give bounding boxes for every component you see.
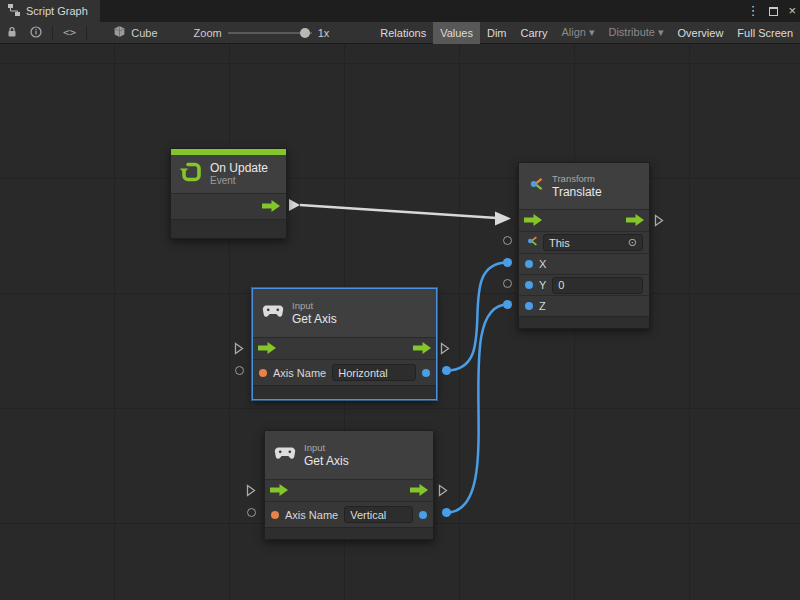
axis-name-input-port[interactable]: [259, 369, 267, 377]
get-axis-flow-row: [265, 479, 433, 501]
axis-name-field[interactable]: Horizontal: [332, 364, 416, 381]
info-button[interactable]: [24, 22, 48, 44]
get-axis-v-flow-out-external-port[interactable]: [438, 483, 448, 501]
node-footer: [171, 219, 286, 238]
translate-z-row: Z: [519, 295, 649, 316]
node-category: Input: [292, 300, 337, 312]
node-title: Get Axis: [304, 454, 349, 468]
translate-z-external-port[interactable]: [503, 300, 512, 309]
flow-input-port[interactable]: [524, 212, 542, 230]
lock-icon: [6, 26, 18, 40]
preview-code-button[interactable]: <>: [57, 22, 82, 44]
z-input-port[interactable]: [525, 302, 533, 310]
node-on-update[interactable]: On Update Event: [170, 148, 287, 239]
fullscreen-button[interactable]: Full Screen: [730, 22, 800, 44]
on-update-icon: [179, 160, 203, 188]
get-axis-param-row: Axis Name Horizontal: [253, 359, 436, 385]
translate-this-external-port[interactable]: [503, 236, 512, 245]
gamepad-icon: [273, 446, 297, 465]
translate-x-external-port[interactable]: [503, 258, 512, 267]
get-axis-header[interactable]: Input Get Axis: [265, 431, 433, 479]
node-footer: [519, 316, 649, 328]
y-input-port[interactable]: [525, 281, 533, 289]
node-category: Input: [304, 442, 349, 454]
distribute-button[interactable]: Distribute ▾: [601, 22, 670, 44]
translate-this-row: This ⊙: [519, 231, 649, 253]
get-axis-h-flow-out-external-port[interactable]: [440, 341, 450, 359]
axis-name-field[interactable]: Vertical: [344, 506, 413, 523]
object-picker-icon[interactable]: ⊙: [628, 237, 637, 248]
y-value-field[interactable]: 0: [552, 277, 643, 294]
tab-title: Script Graph: [26, 5, 88, 17]
graph-target-button[interactable]: Cube: [107, 22, 163, 44]
get-axis-v-value-in-external-port[interactable]: [247, 508, 256, 517]
node-translate[interactable]: Transform Translate This ⊙: [518, 162, 650, 329]
get-axis-h-value-in-external-port[interactable]: [235, 366, 244, 375]
y-value: 0: [558, 279, 564, 291]
align-button[interactable]: Align ▾: [554, 22, 601, 44]
axis-name-label: Axis Name: [273, 367, 326, 379]
node-get-axis-vertical[interactable]: Input Get Axis Axis Name Vertical: [264, 430, 434, 540]
z-label: Z: [539, 300, 546, 312]
values-button[interactable]: Values: [433, 22, 480, 44]
flow-input-port[interactable]: [270, 482, 288, 500]
tab-script-graph[interactable]: Script Graph: [0, 0, 100, 22]
translate-flow-out-external-port[interactable]: [654, 213, 664, 231]
lock-button[interactable]: [0, 22, 24, 44]
zoom-value: 1x: [318, 27, 330, 39]
get-axis-v-result-external-port[interactable]: [442, 508, 451, 517]
node-get-axis-horizontal[interactable]: Input Get Axis Axis Name Horizontal: [252, 288, 437, 400]
this-object-field[interactable]: This ⊙: [543, 234, 643, 251]
node-footer: [265, 527, 433, 539]
x-label: X: [539, 258, 546, 270]
close-button[interactable]: ×: [788, 0, 796, 22]
node-subtitle: Event: [210, 175, 268, 187]
node-footer: [253, 385, 436, 399]
translate-y-row: Y 0: [519, 274, 649, 295]
flow-input-port[interactable]: [258, 340, 276, 358]
get-axis-h-result-external-port[interactable]: [442, 366, 451, 375]
zoom-slider[interactable]: [228, 32, 312, 34]
translate-header[interactable]: Transform Translate: [519, 163, 649, 209]
gamepad-icon: [261, 304, 285, 323]
translate-y-external-port[interactable]: [503, 279, 512, 288]
zoom-label: Zoom: [194, 27, 222, 39]
info-icon: [30, 26, 42, 40]
axis-name-input-port[interactable]: [271, 511, 279, 519]
window-menu-button[interactable]: ⋮: [746, 0, 759, 22]
code-icon: <>: [63, 26, 76, 39]
get-axis-header[interactable]: Input Get Axis: [253, 289, 436, 337]
this-object-value: This: [549, 237, 570, 249]
flow-output-port[interactable]: [626, 212, 644, 230]
flow-output-port[interactable]: [262, 198, 280, 216]
relations-button[interactable]: Relations: [373, 22, 433, 44]
get-axis-v-flow-in-external-port[interactable]: [246, 483, 256, 501]
translate-x-row: X: [519, 253, 649, 274]
get-axis-flow-row: [253, 337, 436, 359]
flow-output-port[interactable]: [410, 482, 428, 500]
toolbar-separator: [52, 26, 53, 40]
x-input-port[interactable]: [525, 260, 533, 268]
dim-button[interactable]: Dim: [480, 22, 514, 44]
graph-toolbar: <> Cube Zoom 1x Relations Values Dim Car…: [0, 22, 800, 44]
translate-flow-row: [519, 209, 649, 231]
transform-axis-icon: [525, 234, 539, 252]
result-output-port[interactable]: [419, 511, 427, 519]
result-output-port[interactable]: [422, 369, 430, 377]
zoom-slider-handle[interactable]: [300, 28, 310, 38]
axis-name-value: Vertical: [350, 509, 386, 521]
transform-icon: [527, 175, 545, 197]
flow-output-port[interactable]: [413, 340, 431, 358]
on-update-header[interactable]: On Update Event: [171, 155, 286, 193]
graph-icon: [8, 4, 20, 18]
node-title: Get Axis: [292, 312, 337, 326]
get-axis-h-flow-in-external-port[interactable]: [234, 341, 244, 359]
toolbar-buttons: Relations Values Dim Carry Align ▾ Distr…: [373, 22, 800, 44]
on-update-flow-row: [171, 193, 286, 219]
window-controls: ⋮ ×: [746, 0, 796, 22]
node-category: Transform: [552, 173, 602, 185]
carry-button[interactable]: Carry: [514, 22, 555, 44]
window-tab-bar: Script Graph ⋮ ×: [0, 0, 800, 22]
overview-button[interactable]: Overview: [671, 22, 731, 44]
maximize-button[interactable]: [769, 7, 778, 16]
